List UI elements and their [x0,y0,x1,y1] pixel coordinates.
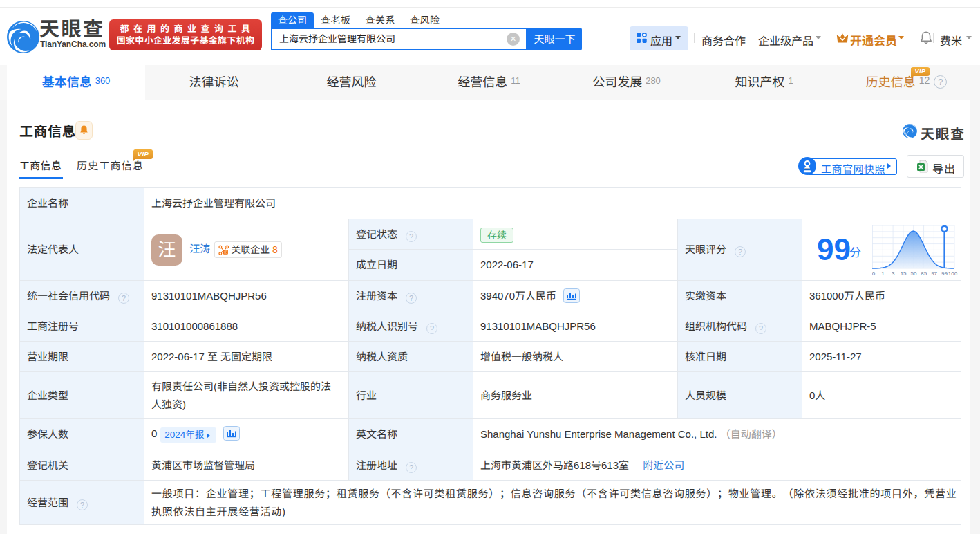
svg-text:97: 97 [931,270,937,277]
svg-text:99: 99 [941,270,948,277]
svg-text:85: 85 [921,270,927,277]
svg-text:企: 企 [224,250,228,254]
svg-text:100: 100 [948,270,958,277]
svg-text:50: 50 [910,270,916,277]
svg-text:1: 1 [881,270,885,277]
svg-text:3: 3 [892,270,895,277]
svg-text:0: 0 [872,270,876,277]
svg-text:15: 15 [901,270,907,277]
